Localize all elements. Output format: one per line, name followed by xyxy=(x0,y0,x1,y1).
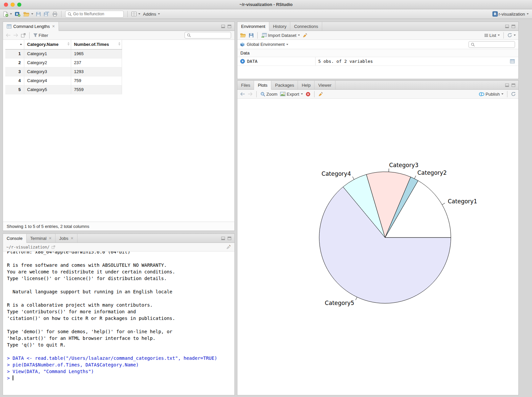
tab-command-lengths[interactable]: Command Lengths × xyxy=(3,22,59,31)
console-body[interactable]: Platform: x86_64-apple-darwin15.6.0 (64-… xyxy=(3,251,234,395)
close-tab-icon[interactable]: × xyxy=(49,236,52,241)
row-number-header[interactable] xyxy=(5,40,24,49)
tab-console[interactable]: Console xyxy=(3,234,27,243)
expand-object-icon[interactable] xyxy=(240,59,245,64)
plot-area: Category1Category2Category3Category4Cate… xyxy=(237,99,518,395)
close-tab-icon[interactable]: × xyxy=(52,24,55,29)
environment-scope-selector[interactable]: Global Environment xyxy=(247,42,288,47)
maximize-pane-icon[interactable] xyxy=(227,25,231,28)
maximize-pane-icon[interactable] xyxy=(511,83,515,87)
back-icon[interactable] xyxy=(6,33,11,37)
table-row[interactable]: 4Category4759 xyxy=(5,76,122,85)
close-window-button[interactable] xyxy=(4,3,8,7)
console-output-line: Natural language support but running in … xyxy=(7,288,234,295)
refresh-icon xyxy=(507,33,512,38)
table-search-box xyxy=(185,32,231,39)
popout-window-icon[interactable] xyxy=(21,33,26,38)
table-row[interactable]: 2Category2237 xyxy=(5,58,122,67)
save-workspace-icon[interactable] xyxy=(249,33,254,38)
project-name: r-visualization xyxy=(499,12,525,17)
tab-jobs[interactable]: Jobs × xyxy=(56,234,77,243)
environment-search-input[interactable] xyxy=(476,42,513,47)
list-view-button[interactable]: List xyxy=(484,33,500,38)
new-file-button[interactable] xyxy=(3,11,12,17)
tab-label: Viewer xyxy=(318,83,332,88)
fullscreen-window-button[interactable] xyxy=(17,3,21,7)
tab-environment[interactable]: Environment xyxy=(237,22,269,31)
column-label: Category.Name xyxy=(27,42,59,47)
project-selector[interactable]: R r-visualization xyxy=(492,11,529,17)
pie-label: Category3 xyxy=(389,162,418,168)
minimize-pane-icon[interactable] xyxy=(221,237,225,240)
column-header-category-name[interactable]: Category.Name xyxy=(24,40,71,49)
minimize-pane-icon[interactable] xyxy=(221,25,225,28)
view-data-grid-icon[interactable] xyxy=(510,59,515,63)
export-image-icon xyxy=(280,92,286,96)
maximize-pane-icon[interactable] xyxy=(511,25,515,28)
remove-plot-icon[interactable] xyxy=(306,92,311,97)
table-row[interactable]: 5Category57559 xyxy=(5,85,122,94)
tab-help[interactable]: Help xyxy=(298,81,315,89)
minimize-pane-icon[interactable] xyxy=(505,83,509,87)
zoom-plot-button[interactable]: Zoom xyxy=(260,92,277,97)
cell-category-name: Category4 xyxy=(24,76,71,85)
tab-terminal[interactable]: Terminal × xyxy=(27,234,56,243)
main-toolbar: R Addins R r-visualization xyxy=(0,9,532,19)
clear-console-broom-icon[interactable] xyxy=(226,245,231,249)
console-input-line: > pie(DATA$Number.of.Times, DATA$Categor… xyxy=(7,361,234,368)
clear-environment-broom-icon[interactable] xyxy=(303,33,308,38)
tab-history[interactable]: History xyxy=(269,22,290,31)
clear-all-plots-broom-icon[interactable] xyxy=(318,92,323,97)
publish-plot-button[interactable]: Publish xyxy=(479,92,503,97)
minimize-pane-icon[interactable] xyxy=(505,25,509,28)
tab-plots[interactable]: Plots xyxy=(254,81,271,90)
save-all-button[interactable] xyxy=(44,11,50,17)
table-row[interactable]: 1Category11965 xyxy=(5,49,122,58)
pane-layout-button[interactable] xyxy=(131,12,140,16)
import-dataset-label: Import Dataset xyxy=(268,33,296,38)
refresh-plot-icon[interactable] xyxy=(511,92,516,96)
pie-label-tick xyxy=(389,168,389,172)
goto-file-input[interactable] xyxy=(73,12,121,16)
column-header-number-of-times[interactable]: Number.of.Times xyxy=(71,40,122,49)
forward-icon[interactable] xyxy=(13,33,18,37)
export-plot-button[interactable]: Export xyxy=(280,92,303,97)
load-workspace-icon[interactable] xyxy=(240,33,246,38)
console-output-line xyxy=(7,295,234,302)
new-project-button[interactable]: R xyxy=(15,11,21,17)
row-number: 5 xyxy=(5,85,24,94)
print-button[interactable] xyxy=(52,12,58,17)
import-dataset-button[interactable]: Import Dataset xyxy=(261,33,300,38)
tab-connections[interactable]: Connections xyxy=(290,22,322,31)
toolbar-separator xyxy=(314,91,315,97)
data-table-body: 1Category119652Category22373Category3129… xyxy=(5,49,122,94)
console-tabbar: Console Terminal × Jobs × xyxy=(3,234,234,243)
tab-packages[interactable]: Packages xyxy=(271,81,298,89)
addins-button[interactable]: Addins xyxy=(143,12,160,17)
save-all-icon xyxy=(44,11,50,17)
list-view-label: List xyxy=(489,33,496,38)
search-icon xyxy=(187,33,191,37)
import-dataset-icon xyxy=(261,33,267,38)
tab-files[interactable]: Files xyxy=(237,81,254,89)
maximize-pane-icon[interactable] xyxy=(227,237,231,240)
svg-text:R: R xyxy=(493,12,496,16)
environment-object-row[interactable]: DATA 5 obs. of 2 variables xyxy=(237,57,518,66)
tab-viewer[interactable]: Viewer xyxy=(315,81,335,89)
previous-plot-icon[interactable] xyxy=(240,92,245,96)
table-search-input[interactable] xyxy=(192,33,229,38)
close-tab-icon[interactable]: × xyxy=(70,236,73,241)
open-file-button[interactable] xyxy=(23,12,33,17)
minimize-window-button[interactable] xyxy=(11,3,15,7)
filter-button[interactable]: Filter xyxy=(33,33,48,38)
next-plot-icon[interactable] xyxy=(248,92,253,96)
refresh-environment-button[interactable] xyxy=(507,33,516,38)
chevron-down-icon xyxy=(31,13,33,15)
save-button[interactable] xyxy=(36,12,41,17)
table-row[interactable]: 3Category31293 xyxy=(5,67,122,76)
column-label: Number.of.Times xyxy=(74,42,109,47)
console-output-line: Type 'license()' or 'licence()' for dist… xyxy=(7,275,234,282)
toolbar-separator xyxy=(503,32,504,39)
pie-label: Category5 xyxy=(325,300,354,306)
open-in-window-icon[interactable] xyxy=(52,246,55,249)
